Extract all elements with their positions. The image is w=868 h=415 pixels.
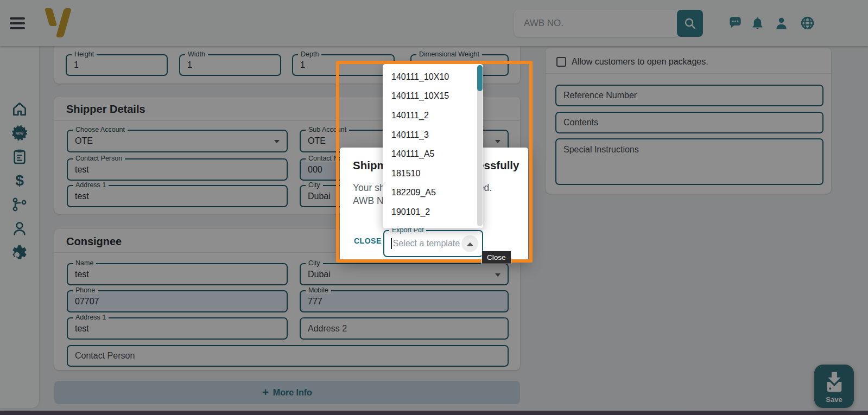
dropdown-option[interactable]: 182209_A5 bbox=[383, 183, 483, 203]
close-button[interactable]: CLOSE bbox=[350, 233, 386, 248]
app-root: NEW $ Height 1 bbox=[0, 0, 868, 415]
select-placeholder: Select a template bbox=[393, 239, 460, 248]
dropdown-option[interactable]: 181510 bbox=[383, 164, 483, 183]
text-cursor bbox=[391, 238, 392, 249]
dropdown-option[interactable]: 140111_2 bbox=[383, 106, 483, 125]
select-placeholder-wrap: Select a template bbox=[391, 238, 460, 249]
dropdown-option[interactable]: 190101_2 bbox=[383, 202, 483, 222]
template-dropdown-menu: 140111_10X10 140111_10X15 140111_2 14011… bbox=[383, 64, 483, 228]
close-tooltip: Close bbox=[482, 251, 511, 264]
dropdown-option[interactable]: 140111_10X15 bbox=[383, 87, 483, 106]
collapse-button[interactable] bbox=[461, 235, 478, 252]
dropdown-option[interactable]: 140111_3 bbox=[383, 125, 483, 145]
chevron-up-icon bbox=[467, 242, 473, 246]
export-pdf-select[interactable]: Export Pdf Select a template bbox=[383, 230, 483, 257]
scrollbar-thumb[interactable] bbox=[477, 65, 483, 91]
dropdown-option[interactable]: 140111_10X10 bbox=[383, 67, 483, 87]
dropdown-option[interactable]: 140111_A5 bbox=[383, 144, 483, 164]
